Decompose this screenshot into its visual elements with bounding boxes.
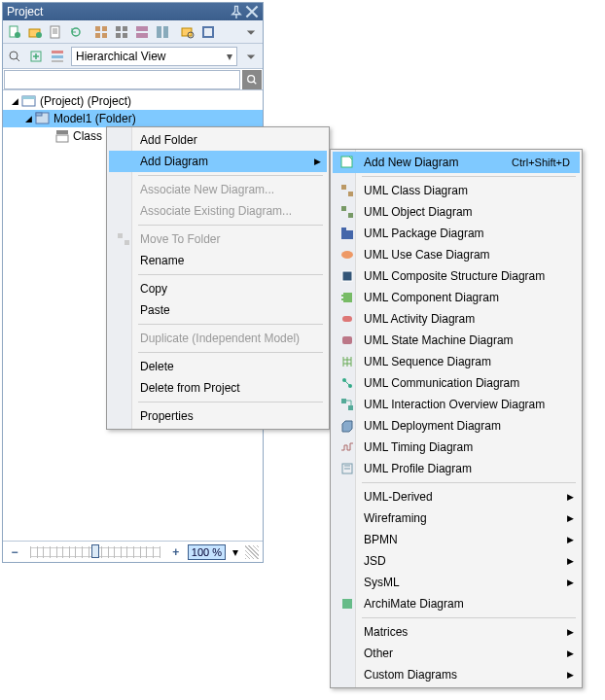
tb-box-icon[interactable]: [198, 22, 218, 42]
svg-rect-10: [123, 26, 127, 31]
menu-uml-usecase[interactable]: UML Use Case Diagram: [333, 244, 580, 265]
menu-jsd[interactable]: JSD▶: [333, 550, 580, 572]
view-selector[interactable]: Hierarchical View ▾: [71, 47, 237, 66]
close-icon[interactable]: [245, 5, 259, 18]
svg-rect-46: [342, 316, 352, 322]
menu-uml-class[interactable]: UML Class Diagram: [333, 180, 580, 201]
menu-matrices[interactable]: Matrices▶: [333, 621, 580, 643]
submenu-arrow-icon: ▶: [567, 648, 574, 658]
menu-copy[interactable]: Copy: [109, 278, 327, 299]
pin-icon[interactable]: [230, 5, 243, 18]
collapse-icon[interactable]: ◢: [22, 113, 34, 124]
svg-point-41: [341, 251, 353, 259]
menu-assoc-existing[interactable]: Associate Existing Diagram...: [109, 200, 327, 222]
svg-rect-7: [95, 33, 100, 38]
menu-uml-state[interactable]: UML State Machine Diagram: [333, 330, 580, 351]
svg-rect-24: [52, 60, 63, 62]
menu-add-diagram[interactable]: Add Diagram▶: [109, 151, 327, 172]
svg-rect-19: [203, 27, 213, 37]
menu-uml-inter[interactable]: UML Interaction Overview Diagram: [333, 394, 580, 415]
tb-find-icon[interactable]: [178, 22, 197, 42]
menu-delete-from-project[interactable]: Delete from Project: [109, 377, 327, 399]
submenu-arrow-icon: ▶: [567, 627, 574, 637]
chevron-down-icon: ▾: [227, 50, 232, 63]
tb-grid2-icon[interactable]: [112, 22, 131, 42]
panel-titlebar: Project: [3, 3, 263, 20]
uml-deploy-icon: [337, 417, 358, 435]
menu-uml-comm[interactable]: UML Communication Diagram: [333, 372, 580, 394]
tree-folder[interactable]: ◢ Model1 (Folder): [3, 110, 263, 127]
zoom-dropdown-icon[interactable]: ▾: [230, 542, 241, 562]
svg-rect-14: [136, 33, 148, 38]
menu-add-new-diagram[interactable]: Add New DiagramCtrl+Shift+D: [333, 152, 580, 173]
menu-delete[interactable]: Delete: [109, 356, 327, 377]
uml-class-icon: [337, 182, 358, 199]
move-icon: [113, 230, 134, 248]
menu-uml-package[interactable]: UML Package Diagram: [333, 223, 580, 244]
menu-move-to[interactable]: Move To Folder: [109, 228, 327, 250]
menu-uml-derived[interactable]: UML-Derived▶: [333, 486, 580, 508]
menu-uml-timing[interactable]: UML Timing Diagram: [333, 437, 580, 458]
search-button[interactable]: [242, 70, 262, 89]
menu-properties[interactable]: Properties: [109, 405, 327, 427]
tb-refresh-icon[interactable]: [66, 22, 86, 42]
zoom-out-button[interactable]: −: [7, 544, 22, 560]
menu-add-folder[interactable]: Add Folder: [109, 129, 327, 151]
svg-rect-6: [102, 26, 107, 31]
menu-uml-activity[interactable]: UML Activity Diagram: [333, 308, 580, 330]
svg-rect-35: [341, 185, 346, 190]
tb-grid3-icon[interactable]: [132, 22, 152, 42]
tree-root[interactable]: ◢ (Project) (Project): [3, 92, 263, 110]
tb-new-folder-icon[interactable]: [25, 22, 45, 42]
zoom-label[interactable]: 100 %: [188, 544, 226, 560]
tb-menu-icon[interactable]: [241, 22, 261, 42]
svg-rect-31: [56, 135, 68, 142]
svg-rect-12: [123, 33, 127, 38]
menu-uml-object[interactable]: UML Object Diagram: [333, 201, 580, 223]
menu-assoc-new[interactable]: Associate New Diagram...: [109, 179, 327, 200]
tb-layout-icon[interactable]: [48, 47, 67, 66]
menu-wireframing[interactable]: Wireframing▶: [333, 508, 580, 529]
tb-doc-icon[interactable]: [46, 22, 65, 42]
tb-grid4-icon[interactable]: [153, 22, 172, 42]
menu-uml-component[interactable]: UML Component Diagram: [333, 287, 580, 308]
svg-point-20: [10, 52, 18, 59]
svg-rect-8: [102, 33, 107, 38]
tb-add-icon[interactable]: [26, 47, 46, 66]
zoom-slider[interactable]: [26, 546, 164, 558]
menu-uml-compstruct[interactable]: UML Composite Structure Diagram: [333, 265, 580, 287]
tb-lookup-icon[interactable]: [5, 47, 24, 66]
tb-new-file-icon[interactable]: [5, 22, 24, 42]
submenu-arrow-icon: ▶: [567, 578, 574, 587]
svg-rect-30: [56, 130, 68, 134]
collapse-icon[interactable]: ◢: [9, 95, 20, 107]
resize-grip-icon[interactable]: [245, 545, 259, 559]
svg-rect-4: [51, 26, 59, 38]
menu-duplicate[interactable]: Duplicate (Independent Model): [109, 328, 327, 349]
menu-paste[interactable]: Paste: [109, 299, 327, 321]
search-input[interactable]: [4, 70, 240, 89]
menu-bpmn[interactable]: BPMN▶: [333, 529, 580, 550]
archimate-icon: [337, 595, 358, 612]
menu-uml-profile[interactable]: UML Profile Diagram: [333, 458, 580, 479]
svg-rect-37: [341, 206, 346, 211]
svg-rect-40: [341, 228, 346, 230]
svg-rect-43: [343, 293, 352, 302]
zoom-in-button[interactable]: +: [168, 544, 184, 560]
new-diagram-icon: [337, 154, 358, 171]
submenu-arrow-icon: ▶: [567, 513, 574, 523]
menu-uml-seq[interactable]: UML Sequence Diagram: [333, 351, 580, 372]
menu-rename[interactable]: Rename: [109, 250, 327, 271]
menu-custom[interactable]: Custom Diagrams▶: [333, 664, 580, 685]
tree-folder-label: Model1 (Folder): [53, 112, 136, 125]
svg-rect-9: [116, 26, 121, 31]
menu-sysml[interactable]: SysML▶: [333, 572, 580, 593]
tb-grid1-icon[interactable]: [91, 22, 111, 42]
menu-uml-deploy[interactable]: UML Deployment Diagram: [333, 415, 580, 437]
menu-archimate[interactable]: ArchiMate Diagram: [333, 593, 580, 614]
shortcut-label: Ctrl+Shift+D: [512, 157, 570, 168]
menu-other[interactable]: Other▶: [333, 643, 580, 664]
tb-menu2-icon[interactable]: [241, 47, 261, 66]
expand-placeholder: [42, 130, 53, 142]
uml-profile-icon: [337, 460, 358, 477]
